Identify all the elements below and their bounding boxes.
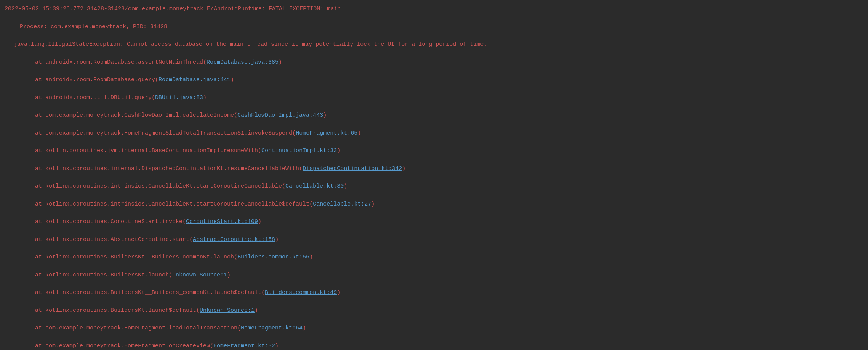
stack-line-link-9[interactable]: CoroutineStart.kt:109 (186, 218, 258, 225)
stack-line-prefix-4: at com.example.moneytrack.HomeFragment$l… (35, 130, 296, 136)
stack-line-0: at androidx.room.RoomDatabase.assertNotM… (5, 58, 863, 67)
log-header-line: 2022-05-02 15:39:26.772 31428-31428/com.… (5, 5, 863, 13)
stack-line-link-4[interactable]: HomeFragment.kt:65 (296, 130, 357, 136)
stack-line-suffix-2: ) (203, 95, 207, 101)
stack-line-13: at kotlinx.coroutines.BuildersKt__Builde… (5, 288, 863, 297)
stack-line-link-6[interactable]: DispatchedContinuation.kt:342 (303, 165, 402, 172)
stack-line-suffix-0: ) (279, 59, 282, 66)
stack-line-prefix-11: at kotlinx.coroutines.BuildersKt__Builde… (35, 254, 237, 260)
stack-line-4: at com.example.moneytrack.HomeFragment$l… (5, 129, 863, 138)
stack-trace-lines: at androidx.room.RoomDatabase.assertNotM… (5, 58, 863, 350)
stack-line-6: at kotlinx.coroutines.internal.Dispatche… (5, 164, 863, 173)
stack-line-prefix-6: at kotlinx.coroutines.internal.Dispatche… (35, 165, 303, 172)
stack-line-prefix-7: at kotlinx.coroutines.intrinsics.Cancell… (35, 183, 285, 189)
stack-line-prefix-5: at kotlin.coroutines.jvm.internal.BaseCo… (35, 148, 261, 154)
stack-line-link-16[interactable]: HomeFragment.kt:32 (213, 343, 275, 349)
stack-line-7: at kotlinx.coroutines.intrinsics.Cancell… (5, 182, 863, 191)
stack-line-suffix-7: ) (344, 183, 347, 189)
stack-line-suffix-15: ) (303, 325, 306, 331)
stack-line-link-13[interactable]: Builders.common.kt:49 (265, 289, 337, 296)
stack-line-suffix-3: ) (323, 112, 327, 119)
log-exception-line: java.lang.IllegalStateException: Cannot … (5, 40, 863, 49)
stack-line-suffix-8: ) (371, 201, 375, 207)
stack-line-suffix-10: ) (275, 236, 279, 243)
stack-line-prefix-2: at androidx.room.util.DBUtil.query( (35, 95, 155, 101)
stack-line-15: at com.example.moneytrack.HomeFragment.l… (5, 324, 863, 332)
stack-line-suffix-13: ) (337, 289, 340, 296)
stack-line-link-5[interactable]: ContinuationImpl.kt:33 (261, 148, 337, 154)
stack-line-link-1[interactable]: RoomDatabase.java:441 (159, 77, 231, 83)
stack-line-link-2[interactable]: DBUtil.java:83 (155, 95, 203, 101)
stack-line-suffix-11: ) (309, 254, 313, 260)
stack-line-prefix-8: at kotlinx.coroutines.intrinsics.Cancell… (35, 201, 313, 207)
stack-line-suffix-14: ) (255, 307, 258, 314)
stack-line-link-3[interactable]: CashFlowDao_Impl.java:443 (237, 112, 323, 119)
log-process-line: Process: com.example.moneytrack, PID: 31… (5, 22, 863, 31)
stack-line-12: at kotlinx.coroutines.BuildersKt.launch(… (5, 271, 863, 279)
stack-line-8: at kotlinx.coroutines.intrinsics.Cancell… (5, 200, 863, 209)
stack-line-link-7[interactable]: Cancellable.kt:30 (285, 183, 344, 189)
stack-line-9: at kotlinx.coroutines.CoroutineStart.inv… (5, 217, 863, 226)
stack-line-11: at kotlinx.coroutines.BuildersKt__Builde… (5, 253, 863, 262)
stack-line-1: at androidx.room.RoomDatabase.query(Room… (5, 75, 863, 84)
stack-line-3: at com.example.moneytrack.CashFlowDao_Im… (5, 111, 863, 120)
stack-line-suffix-12: ) (227, 272, 231, 278)
stack-line-16: at com.example.moneytrack.HomeFragment.o… (5, 342, 863, 350)
stack-line-suffix-16: ) (275, 343, 279, 349)
stack-line-prefix-12: at kotlinx.coroutines.BuildersKt.launch( (35, 272, 172, 278)
stack-line-link-8[interactable]: Cancellable.kt:27 (313, 201, 371, 207)
stack-line-suffix-9: ) (258, 218, 261, 225)
stack-line-10: at kotlinx.coroutines.AbstractCoroutine.… (5, 235, 863, 244)
stack-line-prefix-10: at kotlinx.coroutines.AbstractCoroutine.… (35, 236, 193, 243)
stack-line-prefix-9: at kotlinx.coroutines.CoroutineStart.inv… (35, 218, 186, 225)
stack-line-suffix-1: ) (231, 77, 234, 83)
stack-line-2: at androidx.room.util.DBUtil.query(DBUti… (5, 93, 863, 102)
stack-line-prefix-13: at kotlinx.coroutines.BuildersKt__Builde… (35, 289, 265, 296)
stack-line-5: at kotlin.coroutines.jvm.internal.BaseCo… (5, 146, 863, 155)
stack-line-prefix-3: at com.example.moneytrack.CashFlowDao_Im… (35, 112, 237, 119)
stack-line-link-12[interactable]: Unknown Source:1 (172, 272, 227, 278)
stack-line-prefix-0: at androidx.room.RoomDatabase.assertNotM… (35, 59, 207, 66)
stack-line-prefix-15: at com.example.moneytrack.HomeFragment.l… (35, 325, 241, 331)
stack-line-link-15[interactable]: HomeFragment.kt:64 (241, 325, 303, 331)
stack-line-suffix-5: ) (337, 148, 340, 154)
stack-line-prefix-14: at kotlinx.coroutines.BuildersKt.launch$… (35, 307, 200, 314)
stack-line-14: at kotlinx.coroutines.BuildersKt.launch$… (5, 306, 863, 315)
stack-line-suffix-6: ) (402, 165, 405, 172)
stack-line-link-10[interactable]: AbstractCoroutine.kt:158 (193, 236, 275, 243)
stack-line-prefix-1: at androidx.room.RoomDatabase.query( (35, 77, 159, 83)
stack-line-suffix-4: ) (357, 130, 361, 136)
stack-line-prefix-16: at com.example.moneytrack.HomeFragment.o… (35, 343, 213, 349)
stack-line-link-14[interactable]: Unknown Source:1 (200, 307, 255, 314)
stack-line-link-0[interactable]: RoomDatabase.java:385 (207, 59, 279, 66)
stack-line-link-11[interactable]: Builders.common.kt:56 (237, 254, 309, 260)
log-container: 2022-05-02 15:39:26.772 31428-31428/com.… (0, 3, 868, 350)
